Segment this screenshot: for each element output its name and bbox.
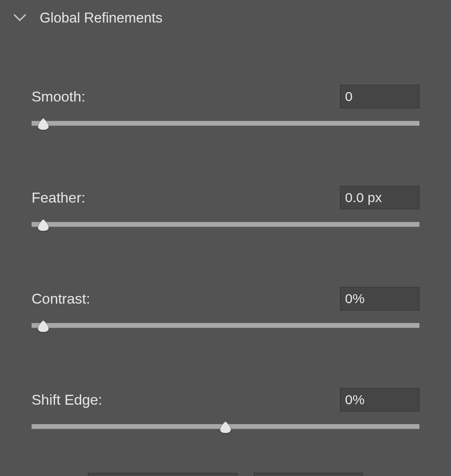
shift-edge-input[interactable] (340, 388, 419, 411)
clear-selection-button[interactable]: Clear Selection (88, 473, 238, 476)
controls-container: Smooth: Feather: (0, 85, 451, 476)
contrast-slider[interactable] (32, 319, 419, 337)
feather-label-value: Feather: (32, 186, 419, 209)
smooth-slider[interactable] (32, 117, 419, 135)
section-header[interactable]: Global Refinements (0, 10, 451, 26)
smooth-input[interactable] (340, 85, 419, 108)
feather-slider[interactable] (32, 218, 419, 236)
button-row: Clear Selection Invert (32, 473, 419, 476)
contrast-input[interactable] (340, 287, 419, 310)
smooth-slider-track (32, 121, 419, 126)
global-refinements-panel: Global Refinements Smooth: Feather: (0, 0, 451, 476)
contrast-slider-thumb[interactable] (36, 319, 51, 332)
feather-label: Feather: (32, 189, 85, 206)
shift-edge-label: Shift Edge: (32, 392, 102, 408)
feather-input[interactable] (340, 186, 419, 209)
contrast-slider-track (32, 323, 419, 328)
contrast-control: Contrast: (32, 287, 419, 337)
smooth-slider-thumb[interactable] (36, 117, 51, 130)
feather-slider-thumb[interactable] (36, 218, 51, 231)
chevron-down-icon (14, 14, 26, 22)
feather-control: Feather: (32, 186, 419, 236)
shift-edge-slider[interactable] (32, 421, 419, 439)
contrast-label: Contrast: (32, 291, 90, 307)
invert-button[interactable]: Invert (254, 473, 363, 476)
smooth-control: Smooth: (32, 85, 419, 135)
shift-edge-control: Shift Edge: (32, 388, 419, 439)
contrast-label-value: Contrast: (32, 287, 419, 310)
smooth-label-value: Smooth: (32, 85, 419, 108)
section-title: Global Refinements (40, 10, 162, 26)
feather-slider-track (32, 222, 419, 227)
smooth-label: Smooth: (32, 88, 85, 105)
shift-edge-label-value: Shift Edge: (32, 388, 419, 411)
shift-edge-slider-thumb[interactable] (218, 421, 233, 433)
